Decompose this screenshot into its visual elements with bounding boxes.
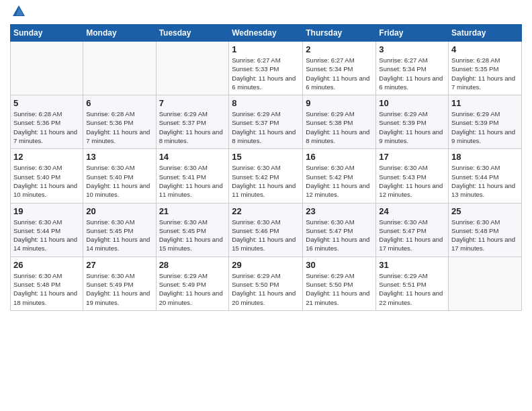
day-number: 22 — [232, 206, 300, 216]
calendar-cell: 27Sunrise: 6:30 AMSunset: 5:49 PMDayligh… — [83, 257, 156, 310]
calendar-cell: 22Sunrise: 6:30 AMSunset: 5:46 PMDayligh… — [229, 203, 303, 257]
calendar-cell: 28Sunrise: 6:29 AMSunset: 5:49 PMDayligh… — [156, 257, 229, 310]
day-info: Sunrise: 6:29 AMSunset: 5:49 PMDaylight:… — [159, 271, 226, 307]
day-info: Sunrise: 6:29 AMSunset: 5:50 PMDaylight:… — [232, 271, 300, 307]
calendar-header-row: SundayMondayTuesdayWednesdayThursdayFrid… — [11, 25, 522, 42]
day-number: 29 — [232, 260, 300, 270]
day-number: 28 — [159, 260, 226, 270]
day-info: Sunrise: 6:30 AMSunset: 5:43 PMDaylight:… — [379, 163, 445, 199]
day-info: Sunrise: 6:30 AMSunset: 5:42 PMDaylight:… — [232, 163, 300, 199]
day-info: Sunrise: 6:30 AMSunset: 5:40 PMDaylight:… — [86, 163, 152, 199]
day-number: 5 — [13, 98, 80, 108]
calendar-cell: 3Sunrise: 6:27 AMSunset: 5:34 PMDaylight… — [376, 42, 449, 95]
day-info: Sunrise: 6:29 AMSunset: 5:38 PMDaylight:… — [306, 109, 373, 145]
day-info: Sunrise: 6:30 AMSunset: 5:48 PMDaylight:… — [13, 271, 80, 307]
day-number: 7 — [159, 98, 226, 108]
calendar-week-row: 26Sunrise: 6:30 AMSunset: 5:48 PMDayligh… — [11, 257, 522, 310]
calendar-cell: 12Sunrise: 6:30 AMSunset: 5:40 PMDayligh… — [11, 149, 83, 203]
day-info: Sunrise: 6:27 AMSunset: 5:33 PMDaylight:… — [232, 56, 300, 91]
day-number: 2 — [306, 44, 373, 54]
calendar-cell: 30Sunrise: 6:29 AMSunset: 5:50 PMDayligh… — [303, 257, 376, 310]
calendar-cell: 8Sunrise: 6:29 AMSunset: 5:37 PMDaylight… — [229, 95, 303, 149]
calendar-cell: 11Sunrise: 6:29 AMSunset: 5:39 PMDayligh… — [449, 95, 522, 149]
calendar-cell: 1Sunrise: 6:27 AMSunset: 5:33 PMDaylight… — [229, 42, 303, 95]
day-info: Sunrise: 6:30 AMSunset: 5:45 PMDaylight:… — [86, 218, 152, 253]
day-info: Sunrise: 6:28 AMSunset: 5:36 PMDaylight:… — [86, 109, 152, 145]
weekday-header-sunday: Sunday — [11, 25, 83, 42]
calendar-cell: 25Sunrise: 6:30 AMSunset: 5:48 PMDayligh… — [449, 203, 522, 257]
day-number: 3 — [379, 44, 445, 54]
day-number: 24 — [379, 206, 445, 216]
day-number: 10 — [379, 98, 445, 108]
calendar-cell — [83, 42, 156, 95]
calendar-cell: 21Sunrise: 6:30 AMSunset: 5:45 PMDayligh… — [156, 203, 229, 257]
day-number: 21 — [159, 206, 226, 216]
day-info: Sunrise: 6:30 AMSunset: 5:46 PMDaylight:… — [232, 218, 300, 253]
day-number: 25 — [451, 206, 519, 216]
calendar-week-row: 19Sunrise: 6:30 AMSunset: 5:44 PMDayligh… — [11, 203, 522, 257]
day-number: 30 — [306, 260, 373, 270]
day-number: 15 — [232, 152, 300, 162]
weekday-header-wednesday: Wednesday — [229, 25, 303, 42]
calendar-week-row: 12Sunrise: 6:30 AMSunset: 5:40 PMDayligh… — [11, 149, 522, 203]
day-info: Sunrise: 6:30 AMSunset: 5:48 PMDaylight:… — [451, 218, 519, 253]
day-info: Sunrise: 6:30 AMSunset: 5:45 PMDaylight:… — [159, 218, 226, 253]
calendar-cell: 17Sunrise: 6:30 AMSunset: 5:43 PMDayligh… — [376, 149, 449, 203]
calendar-week-row: 5Sunrise: 6:28 AMSunset: 5:36 PMDaylight… — [11, 95, 522, 149]
day-info: Sunrise: 6:28 AMSunset: 5:36 PMDaylight:… — [13, 109, 80, 145]
weekday-header-saturday: Saturday — [449, 25, 522, 42]
day-number: 17 — [379, 152, 445, 162]
weekday-header-friday: Friday — [376, 25, 449, 42]
logo-icon — [11, 4, 26, 19]
day-number: 11 — [451, 98, 519, 108]
day-number: 14 — [159, 152, 226, 162]
calendar-cell: 6Sunrise: 6:28 AMSunset: 5:36 PMDaylight… — [83, 95, 156, 149]
weekday-header-monday: Monday — [83, 25, 156, 42]
day-info: Sunrise: 6:27 AMSunset: 5:34 PMDaylight:… — [379, 56, 445, 91]
day-info: Sunrise: 6:30 AMSunset: 5:40 PMDaylight:… — [13, 163, 80, 199]
day-info: Sunrise: 6:29 AMSunset: 5:39 PMDaylight:… — [451, 109, 519, 145]
calendar-cell: 14Sunrise: 6:30 AMSunset: 5:41 PMDayligh… — [156, 149, 229, 203]
day-number: 23 — [306, 206, 373, 216]
calendar-cell — [11, 42, 83, 95]
day-info: Sunrise: 6:30 AMSunset: 5:44 PMDaylight:… — [13, 218, 80, 253]
day-number: 8 — [232, 98, 300, 108]
day-info: Sunrise: 6:30 AMSunset: 5:49 PMDaylight:… — [86, 271, 152, 307]
day-info: Sunrise: 6:29 AMSunset: 5:37 PMDaylight:… — [232, 109, 300, 145]
calendar-cell: 10Sunrise: 6:29 AMSunset: 5:39 PMDayligh… — [376, 95, 449, 149]
day-number: 19 — [13, 206, 80, 216]
calendar-cell: 23Sunrise: 6:30 AMSunset: 5:47 PMDayligh… — [303, 203, 376, 257]
day-number: 4 — [451, 44, 519, 54]
day-info: Sunrise: 6:29 AMSunset: 5:39 PMDaylight:… — [379, 109, 445, 145]
day-number: 31 — [379, 260, 445, 270]
calendar-cell: 16Sunrise: 6:30 AMSunset: 5:42 PMDayligh… — [303, 149, 376, 203]
calendar-cell: 15Sunrise: 6:30 AMSunset: 5:42 PMDayligh… — [229, 149, 303, 203]
calendar-cell: 18Sunrise: 6:30 AMSunset: 5:44 PMDayligh… — [449, 149, 522, 203]
day-info: Sunrise: 6:27 AMSunset: 5:34 PMDaylight:… — [306, 56, 373, 91]
calendar-cell: 13Sunrise: 6:30 AMSunset: 5:40 PMDayligh… — [83, 149, 156, 203]
day-number: 6 — [86, 98, 152, 108]
day-info: Sunrise: 6:29 AMSunset: 5:37 PMDaylight:… — [159, 109, 226, 145]
day-info: Sunrise: 6:28 AMSunset: 5:35 PMDaylight:… — [451, 56, 519, 91]
calendar-week-row: 1Sunrise: 6:27 AMSunset: 5:33 PMDaylight… — [11, 42, 522, 95]
day-number: 12 — [13, 152, 80, 162]
day-number: 16 — [306, 152, 373, 162]
day-number: 18 — [451, 152, 519, 162]
calendar-cell — [449, 257, 522, 310]
calendar-cell: 20Sunrise: 6:30 AMSunset: 5:45 PMDayligh… — [83, 203, 156, 257]
day-number: 9 — [306, 98, 373, 108]
calendar-cell: 26Sunrise: 6:30 AMSunset: 5:48 PMDayligh… — [11, 257, 83, 310]
calendar-cell: 31Sunrise: 6:29 AMSunset: 5:51 PMDayligh… — [376, 257, 449, 310]
calendar-table: SundayMondayTuesdayWednesdayThursdayFrid… — [10, 24, 522, 311]
weekday-header-tuesday: Tuesday — [156, 25, 229, 42]
day-info: Sunrise: 6:30 AMSunset: 5:47 PMDaylight:… — [379, 218, 445, 253]
header — [10, 7, 522, 19]
day-number: 26 — [13, 260, 80, 270]
calendar-cell: 29Sunrise: 6:29 AMSunset: 5:50 PMDayligh… — [229, 257, 303, 310]
day-number: 27 — [86, 260, 152, 270]
day-info: Sunrise: 6:29 AMSunset: 5:50 PMDaylight:… — [306, 271, 373, 307]
calendar-cell — [156, 42, 229, 95]
day-info: Sunrise: 6:30 AMSunset: 5:47 PMDaylight:… — [306, 218, 373, 253]
calendar-cell: 24Sunrise: 6:30 AMSunset: 5:47 PMDayligh… — [376, 203, 449, 257]
calendar-cell: 19Sunrise: 6:30 AMSunset: 5:44 PMDayligh… — [11, 203, 83, 257]
